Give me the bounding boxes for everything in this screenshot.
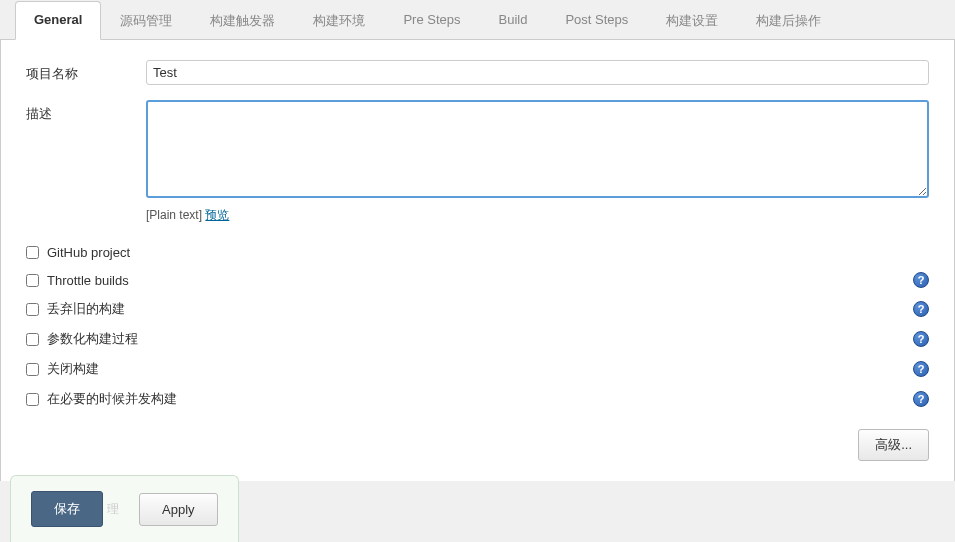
checkbox-label-2[interactable]: 丢弃旧的构建 [47,300,913,318]
tab-6[interactable]: Post Steps [546,1,647,40]
help-icon[interactable]: ? [913,301,929,317]
apply-button[interactable]: Apply [139,493,218,526]
tab-1[interactable]: 源码管理 [101,1,191,40]
checkbox-row-3: 参数化构建过程? [26,324,929,354]
advanced-row: 高级... [26,429,929,461]
checkbox-label-0[interactable]: GitHub project [47,245,929,260]
checkbox-label-5[interactable]: 在必要的时候并发构建 [47,390,913,408]
checkbox-label-4[interactable]: 关闭构建 [47,360,913,378]
tab-7[interactable]: 构建设置 [647,1,737,40]
row-description: 描述 [Plain text] 预览 [26,100,929,224]
tab-8[interactable]: 构建后操作 [737,1,840,40]
checkbox-5[interactable] [26,393,39,406]
checkbox-label-3[interactable]: 参数化构建过程 [47,330,913,348]
checkbox-row-5: 在必要的时候并发构建? [26,384,929,414]
label-project-name: 项目名称 [26,60,146,83]
footer-bar: 保存 理 Apply [10,475,239,542]
content-panel: 项目名称 描述 [Plain text] 预览 GitHub projectTh… [0,40,955,481]
tab-3[interactable]: 构建环境 [294,1,384,40]
checkbox-1[interactable] [26,274,39,287]
advanced-button[interactable]: 高级... [858,429,929,461]
help-icon[interactable]: ? [913,331,929,347]
checkbox-3[interactable] [26,333,39,346]
help-icon[interactable]: ? [913,361,929,377]
checkbox-list: GitHub projectThrottle builds?丢弃旧的构建?参数化… [26,239,929,414]
checkbox-4[interactable] [26,363,39,376]
checkbox-0[interactable] [26,246,39,259]
hint-plain-text: [Plain text] [146,208,202,222]
project-name-input[interactable] [146,60,929,85]
tab-5[interactable]: Build [480,1,547,40]
checkbox-2[interactable] [26,303,39,316]
tab-2[interactable]: 构建触发器 [191,1,294,40]
checkbox-label-1[interactable]: Throttle builds [47,273,913,288]
checkbox-row-0: GitHub project [26,239,929,266]
checkbox-row-2: 丢弃旧的构建? [26,294,929,324]
ghost-text: 理 [107,501,119,518]
help-icon[interactable]: ? [913,391,929,407]
save-button[interactable]: 保存 [31,491,103,527]
label-description: 描述 [26,100,146,123]
preview-link[interactable]: 预览 [205,208,229,222]
checkbox-row-4: 关闭构建? [26,354,929,384]
description-textarea[interactable] [146,100,929,198]
tab-4[interactable]: Pre Steps [384,1,479,40]
row-project-name: 项目名称 [26,60,929,85]
tabs-bar: General源码管理构建触发器构建环境Pre StepsBuildPost S… [0,0,955,40]
checkbox-row-1: Throttle builds? [26,266,929,294]
help-icon[interactable]: ? [913,272,929,288]
tab-0[interactable]: General [15,1,101,40]
description-hint: [Plain text] 预览 [146,207,929,224]
